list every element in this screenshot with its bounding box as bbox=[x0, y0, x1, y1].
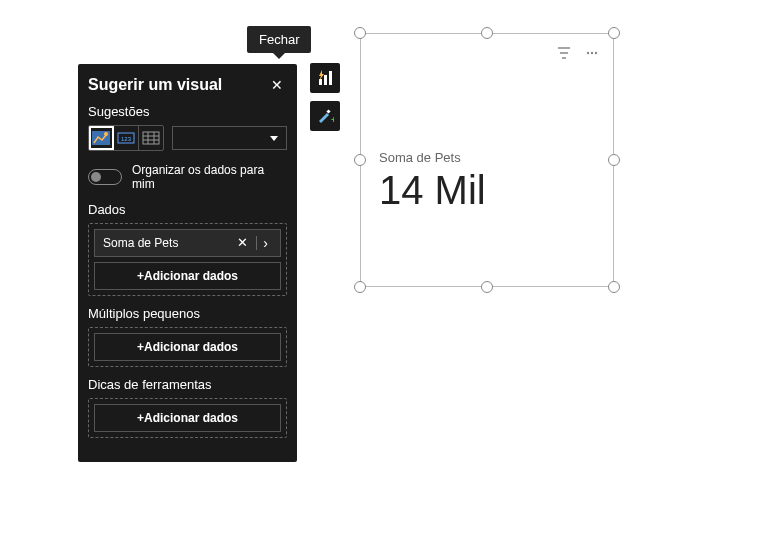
table-visual-chip[interactable] bbox=[139, 126, 163, 150]
more-options-icon[interactable] bbox=[585, 46, 599, 63]
organize-data-toggle[interactable] bbox=[88, 169, 122, 185]
visual-tools: + bbox=[310, 63, 340, 139]
suggestions-label: Sugestões bbox=[88, 104, 287, 119]
card-label: Soma de Pets bbox=[379, 150, 461, 165]
svg-point-15 bbox=[591, 52, 593, 54]
resize-handle-tr[interactable] bbox=[608, 27, 620, 39]
data-section-label: Dados bbox=[88, 202, 287, 217]
tooltips-section-label: Dicas de ferramentas bbox=[88, 377, 287, 392]
panel-title: Sugerir um visual bbox=[88, 76, 222, 94]
filter-icon[interactable] bbox=[557, 46, 571, 63]
card-visual-chip[interactable] bbox=[89, 126, 114, 150]
field-menu-icon[interactable]: › bbox=[259, 235, 272, 251]
add-data-button[interactable]: +Adicionar dados bbox=[94, 262, 281, 290]
visual-type-dropdown[interactable] bbox=[172, 126, 287, 150]
resize-handle-bl[interactable] bbox=[354, 281, 366, 293]
resize-handle-br[interactable] bbox=[608, 281, 620, 293]
organize-data-label: Organizar os dados para mim bbox=[132, 163, 287, 192]
resize-handle-tl[interactable] bbox=[354, 27, 366, 39]
suggest-visual-panel: Sugerir um visual Sugestões 123 bbox=[78, 64, 297, 462]
tooltips-well[interactable]: +Adicionar dados bbox=[88, 398, 287, 438]
svg-point-14 bbox=[587, 52, 589, 54]
selected-visual[interactable]: Soma de Pets 14 Mil bbox=[354, 27, 620, 293]
chart-lightning-icon bbox=[316, 69, 334, 87]
svg-rect-12 bbox=[326, 109, 330, 113]
resize-handle-tm[interactable] bbox=[481, 27, 493, 39]
svg-rect-4 bbox=[143, 132, 159, 144]
svg-text:123: 123 bbox=[121, 136, 132, 142]
data-field-well[interactable]: Soma de Pets ✕ › +Adicionar dados bbox=[88, 223, 287, 296]
field-pill-soma-de-pets[interactable]: Soma de Pets ✕ › bbox=[94, 229, 281, 257]
matrix-visual-icon: 123 bbox=[117, 131, 135, 145]
chevron-down-icon bbox=[270, 136, 278, 141]
add-small-multiples-button[interactable]: +Adicionar dados bbox=[94, 333, 281, 361]
resize-handle-ml[interactable] bbox=[354, 154, 366, 166]
small-multiples-label: Múltiplos pequenos bbox=[88, 306, 287, 321]
svg-text:+: + bbox=[331, 115, 334, 125]
paintbrush-plus-icon: + bbox=[316, 107, 334, 125]
card-visual-icon bbox=[92, 131, 110, 145]
suggest-visual-button[interactable] bbox=[310, 63, 340, 93]
table-visual-icon bbox=[142, 131, 160, 145]
resize-handle-mr[interactable] bbox=[608, 154, 620, 166]
close-icon[interactable] bbox=[271, 77, 287, 93]
add-tooltips-button[interactable]: +Adicionar dados bbox=[94, 404, 281, 432]
svg-rect-11 bbox=[329, 71, 332, 85]
field-name: Soma de Pets bbox=[103, 236, 231, 250]
svg-rect-10 bbox=[324, 75, 327, 85]
pill-divider bbox=[256, 236, 257, 250]
remove-field-icon[interactable]: ✕ bbox=[231, 235, 254, 250]
svg-point-1 bbox=[104, 132, 108, 136]
visual-card[interactable]: Soma de Pets 14 Mil bbox=[360, 33, 614, 287]
resize-handle-bm[interactable] bbox=[481, 281, 493, 293]
svg-point-16 bbox=[595, 52, 597, 54]
matrix-visual-chip[interactable]: 123 bbox=[114, 126, 139, 150]
format-visual-button[interactable]: + bbox=[310, 101, 340, 131]
small-multiples-well[interactable]: +Adicionar dados bbox=[88, 327, 287, 367]
visual-type-chips: 123 bbox=[88, 125, 164, 151]
card-value: 14 Mil bbox=[379, 168, 486, 213]
close-tooltip: Fechar bbox=[247, 26, 311, 53]
